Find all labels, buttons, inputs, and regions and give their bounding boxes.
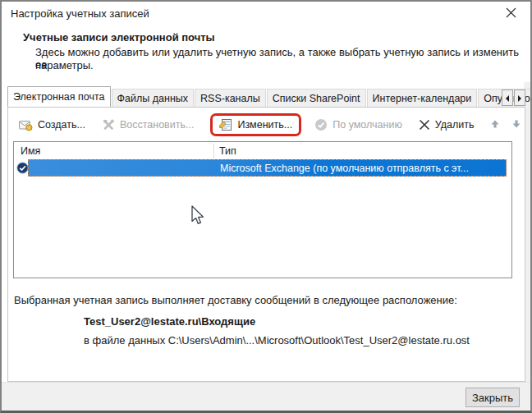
- page-title: Учетные записи электронной почты: [23, 31, 215, 44]
- tab-email[interactable]: Электронная почта: [7, 86, 111, 107]
- arrow-up-icon: [490, 119, 500, 131]
- close-button[interactable]: Закрыть: [466, 388, 520, 407]
- repair-account-label: Восстановить...: [120, 119, 194, 131]
- tab-internet-calendars[interactable]: Интернет-календари: [367, 89, 478, 107]
- email-tab-page: Создать... Восстановить...: [7, 107, 525, 382]
- remove-account-label: Удалить: [435, 119, 475, 131]
- arrow-down-icon: [511, 119, 521, 131]
- column-header-name[interactable]: Имя: [21, 142, 40, 159]
- move-down-button: [509, 117, 524, 133]
- change-button-highlight-annotation: Изменить...: [210, 113, 301, 136]
- default-check-icon: [314, 118, 328, 131]
- move-up-button: [488, 117, 502, 133]
- new-account-label: Создать...: [38, 119, 85, 131]
- account-row-selected[interactable]: Microsoft Exchange (по умолчанию отправл…: [14, 159, 511, 177]
- repair-tools-icon: [102, 118, 115, 131]
- delivery-account-value: Test_User2@lestate.ru\Входящие: [84, 315, 255, 328]
- remove-account-button[interactable]: Удалить: [415, 117, 478, 132]
- window-title: Настройка учетных записей: [11, 7, 149, 20]
- column-header-type[interactable]: Тип: [219, 142, 236, 159]
- new-account-button[interactable]: Создать...: [16, 117, 89, 133]
- title-bar: Настройка учетных записей: [2, 2, 530, 26]
- tab-strip: Электронная почта Файлы данных RSS-канал…: [7, 87, 532, 107]
- change-form-icon: [219, 118, 232, 131]
- change-account-button[interactable]: Изменить...: [216, 117, 296, 133]
- delivery-info-text: Выбранная учетная запись выполняет доста…: [14, 294, 457, 306]
- chevron-right-icon: [517, 92, 522, 104]
- tab-scroll-left-button[interactable]: [502, 89, 513, 106]
- account-settings-dialog: Настройка учетных записей Учетные записи…: [0, 0, 532, 413]
- accounts-toolbar: Создать... Восстановить...: [16, 115, 524, 135]
- change-account-label: Изменить...: [237, 119, 292, 131]
- window-close-button[interactable]: [498, 4, 523, 24]
- selected-row-highlight[interactable]: Microsoft Exchange (по умолчанию отправл…: [28, 159, 507, 177]
- page-description-line2: параметры.: [35, 59, 94, 71]
- column-separator: [213, 144, 214, 158]
- default-account-badge-icon: [16, 162, 29, 177]
- repair-account-button: Восстановить...: [99, 117, 197, 133]
- accounts-list: Имя Тип Microsoft Exchange (по умолчанию…: [13, 141, 512, 278]
- data-file-path-text: в файле данных C:\Users\Admin\...\Micros…: [84, 334, 470, 346]
- set-default-label: По умолчанию: [332, 119, 402, 131]
- tab-rss-feeds[interactable]: RSS-каналы: [195, 89, 266, 107]
- close-icon: [506, 7, 516, 21]
- tab-scroll-right-button[interactable]: [514, 89, 525, 106]
- account-type-value: Microsoft Exchange (по умолчанию отправл…: [220, 163, 469, 174]
- delete-x-icon: [419, 119, 430, 131]
- tab-data-files[interactable]: Файлы данных: [112, 89, 194, 107]
- tab-sharepoint-lists[interactable]: Списки SharePoint: [267, 89, 366, 107]
- chevron-left-icon: [505, 92, 510, 104]
- dialog-footer: Закрыть: [2, 382, 530, 411]
- set-default-button: По умолчанию: [311, 117, 406, 133]
- page-description-line1: Здесь можно добавить или удалить учетную…: [35, 46, 530, 71]
- new-email-icon: [19, 119, 33, 131]
